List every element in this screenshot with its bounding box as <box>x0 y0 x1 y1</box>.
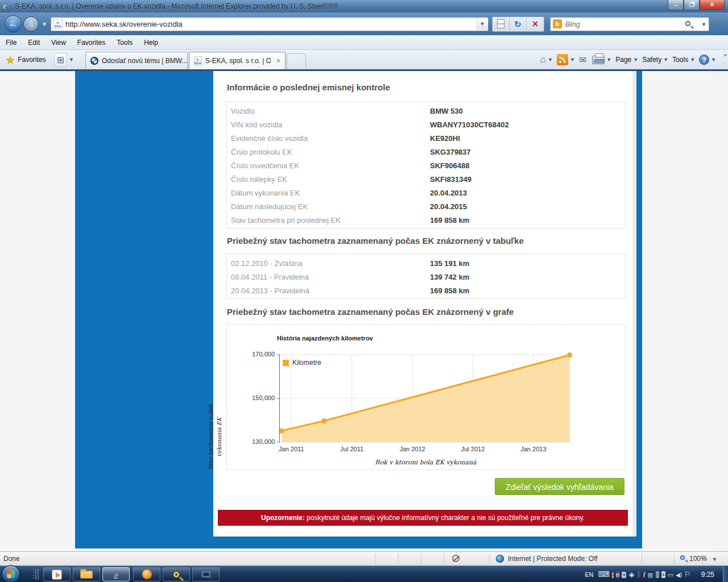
ie-logo-icon: e <box>3 2 11 11</box>
tab-list-dropdown[interactable]: ▼ <box>69 57 74 63</box>
diamond-tray-icon[interactable]: ◈ <box>628 570 634 579</box>
protected-mode-dropdown[interactable]: ▼ <box>712 556 717 562</box>
magnifier-icon <box>173 572 179 577</box>
tab-bmw-forum[interactable]: Odoslať novú tému | BMW... <box>85 52 188 69</box>
menu-favorites[interactable]: Favorites <box>72 36 111 49</box>
ie-window: e S-EKA, spol. s r.o. | Overenie údajov … <box>0 0 728 582</box>
address-dropdown[interactable]: ▼ <box>477 18 487 30</box>
page-menu-button[interactable]: Page <box>615 56 631 64</box>
chart-y-axis-label: Stav tachometra v deňvykonania EK <box>206 392 224 483</box>
tab-seka-active[interactable]: S-EKA S-EKA, spol. s r.o. | Ove... × <box>189 52 286 69</box>
menu-view[interactable]: View <box>46 36 72 49</box>
recent-pages-dropdown[interactable]: ▼ <box>42 21 47 27</box>
taskbar-grip <box>33 569 34 580</box>
menu-tools[interactable]: Tools <box>111 36 138 49</box>
status-text: Done <box>3 555 20 563</box>
security-shield-tray-icon[interactable]: ▪ <box>612 572 614 578</box>
bluetooth-tray-icon[interactable]: ᛒ <box>636 570 641 579</box>
table-row: Číslo osvedčenia EKSKF906488 <box>227 159 625 173</box>
keyboard-tray-icon[interactable]: ⌨ <box>598 569 609 579</box>
onenote-tray-icon[interactable]: n <box>616 571 619 578</box>
chart-plot-area <box>279 355 572 442</box>
menu-bar: File Edit View Favorites Tools Help <box>0 35 728 50</box>
favorites-button[interactable]: Favorites <box>18 56 46 64</box>
dual-monitor-icon <box>202 571 210 577</box>
navigation-bar: ← → ▼ S-EKA http://www.seka.sk/overenie-… <box>0 13 728 35</box>
taskbar-network-globe-button[interactable] <box>133 567 160 581</box>
safety-menu-dropdown[interactable]: ▼ <box>663 57 668 63</box>
menu-file[interactable]: File <box>0 36 22 49</box>
search-dropdown[interactable]: ▼ <box>701 22 706 27</box>
taskbar-media-player-button[interactable] <box>43 567 71 581</box>
table-row: Evidenčné číslo vozidlaKE920HI <box>227 132 625 146</box>
print-dropdown[interactable]: ▼ <box>606 57 611 63</box>
tools-menu-dropdown[interactable]: ▼ <box>690 57 695 63</box>
certificate-tray-icon[interactable]: ✶ <box>622 572 626 578</box>
new-tab-button[interactable] <box>287 53 306 69</box>
rss-dropdown[interactable]: ▼ <box>570 57 575 63</box>
remote-control-tray-icon[interactable]: ≡ <box>656 571 659 578</box>
taskbar-internet-explorer-button[interactable]: e <box>102 567 130 581</box>
restore-button[interactable] <box>684 0 700 10</box>
volume-tray-icon[interactable]: ◀) <box>676 572 682 578</box>
search-icon[interactable] <box>685 21 690 26</box>
language-indicator[interactable]: EN <box>585 571 593 578</box>
minimize-button[interactable]: – <box>668 0 684 10</box>
address-bar[interactable]: S-EKA http://www.seka.sk/overenie-vozidl… <box>51 17 489 31</box>
security-zone-text: Internet | Protected Mode: Off <box>508 555 598 563</box>
taskbar-clock[interactable]: 9:25 <box>701 571 714 579</box>
zoom-level[interactable]: 100% <box>689 555 707 563</box>
forward-button[interactable]: → <box>23 16 39 32</box>
action-center-flag-tray-icon[interactable]: ⚐ <box>684 570 691 579</box>
table-row: Stav tachometra pri poslednej EK169 858 … <box>227 214 625 227</box>
print-icon[interactable] <box>592 56 605 64</box>
toolbar-overflow-chevron[interactable]: » <box>723 51 727 58</box>
close-button[interactable]: × <box>700 0 725 10</box>
x-axis-tick: Jan 2013 <box>511 446 556 452</box>
help-icon[interactable]: ? <box>699 55 709 65</box>
chart-title: História najazdených kilometrov <box>277 335 373 342</box>
chart-legend: Kilometre <box>283 359 321 367</box>
inprivate-disabled-icon <box>452 555 460 562</box>
stop-button[interactable]: × <box>527 17 544 31</box>
table-row: 02.12.2010 - Zvláštna135 191 km <box>227 257 625 271</box>
rss-feed-icon[interactable] <box>557 54 568 65</box>
menu-help[interactable]: Help <box>138 36 164 49</box>
network-activity-tray-icon[interactable]: ▭ <box>668 571 673 578</box>
safety-menu-button[interactable]: Safety <box>642 56 661 64</box>
warning-banner: Upozornenie: poskytnuté údaje majú výluč… <box>218 510 628 526</box>
read-mail-icon[interactable]: ✉ <box>579 55 586 65</box>
taskbar-remote-desktop-button[interactable] <box>192 567 220 581</box>
taskbar-search-tool-button[interactable] <box>163 567 190 581</box>
back-button[interactable]: ← <box>5 15 22 32</box>
antivirus-tray-icon[interactable]: / <box>643 571 645 578</box>
title-bar: e S-EKA, spol. s r.o. | Overenie údajov … <box>0 0 728 13</box>
compatibility-view-button[interactable] <box>493 17 510 31</box>
show-desktop-button[interactable] <box>723 566 728 582</box>
tools-menu-button[interactable]: Tools <box>672 56 688 64</box>
start-button[interactable] <box>2 565 20 582</box>
legend-label: Kilometre <box>292 359 321 367</box>
y-axis-tick: 170,000 <box>227 351 275 357</box>
menu-edit[interactable]: Edit <box>22 36 46 49</box>
page-menu-dropdown[interactable]: ▼ <box>633 57 638 63</box>
refresh-button[interactable]: ↻ <box>510 17 527 31</box>
display-settings-tray-icon[interactable]: ▦ <box>647 571 653 578</box>
url-text[interactable]: http://www.seka.sk/overenie-vozidla <box>65 20 183 28</box>
legend-swatch-kilometre <box>283 360 289 366</box>
media-player-icon <box>52 569 62 580</box>
quick-tabs-icon[interactable]: ⊞ <box>54 53 67 67</box>
zoom-icon[interactable] <box>680 555 685 560</box>
share-result-button[interactable]: Zdieľať výsledok vyhľadávania <box>495 478 624 495</box>
content-right-gutter <box>632 71 636 537</box>
system-tray: EN ⌨▪n✶◈ᛒ/▦≡+▭◀)⚐ 9:25 <box>585 566 722 582</box>
clipboard-tray-icon[interactable]: + <box>661 571 665 578</box>
home-dropdown[interactable]: ▼ <box>548 57 553 63</box>
favorites-star-icon[interactable]: ★ <box>6 53 15 66</box>
taskbar-explorer-button[interactable] <box>73 567 100 581</box>
search-box[interactable]: b Bing ▼ <box>550 17 709 31</box>
site-favicon: S-EKA <box>53 19 63 28</box>
help-dropdown[interactable]: ▼ <box>711 57 716 63</box>
home-icon[interactable]: ⌂ <box>540 54 546 65</box>
tab-close-icon[interactable]: × <box>276 57 280 65</box>
